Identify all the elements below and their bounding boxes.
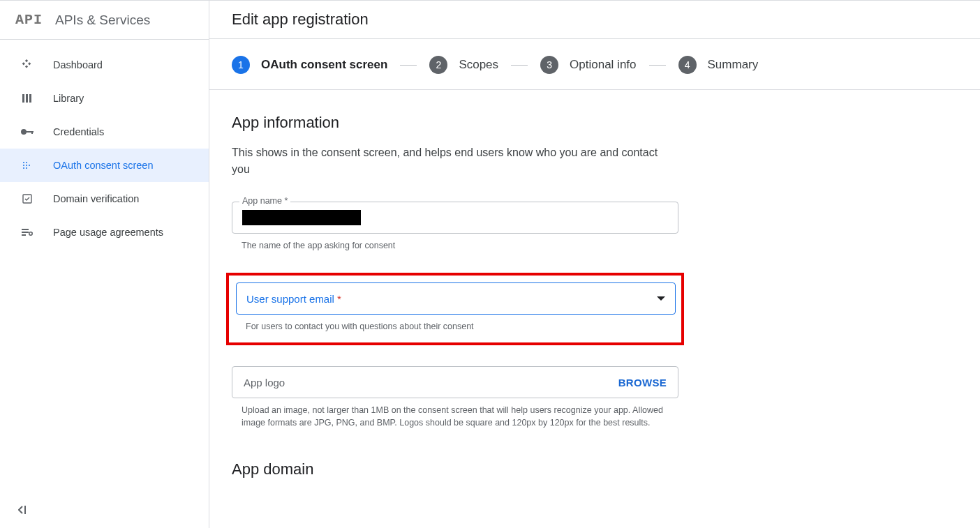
step-number-badge: 1 xyxy=(232,56,250,74)
library-icon xyxy=(20,93,35,104)
svg-rect-2 xyxy=(29,94,31,103)
key-icon xyxy=(20,128,35,135)
step-number-badge: 2 xyxy=(429,56,447,74)
consent-screen-icon xyxy=(20,160,35,171)
chevron-down-icon xyxy=(657,296,665,301)
sidebar-item-label: Library xyxy=(53,93,84,104)
sidebar-header: API APIs & Services xyxy=(0,1,209,40)
step-oauth-consent-screen[interactable]: 1 OAuth consent screen xyxy=(232,56,387,74)
sidebar-item-label: Page usage agreements xyxy=(53,227,163,238)
field-app-logo: App logo BROWSE Upload an image, not lar… xyxy=(232,366,907,429)
app-logo-input[interactable]: App logo BROWSE xyxy=(232,366,678,398)
form-content: App information This shows in the consen… xyxy=(209,90,907,528)
step-number-badge: 3 xyxy=(540,56,558,74)
sidebar-item-credentials[interactable]: Credentials xyxy=(0,115,209,149)
section-title-app-domain: App domain xyxy=(232,460,907,478)
app-logo-helper: Upload an image, not larger than 1MB on … xyxy=(242,404,674,429)
field-app-name: App name * The name of the app asking fo… xyxy=(232,202,907,252)
step-label: Summary xyxy=(708,58,759,72)
agreement-icon xyxy=(20,227,35,237)
step-separator xyxy=(511,65,528,66)
sidebar-item-dashboard[interactable]: Dashboard xyxy=(0,48,209,82)
sidebar-item-oauth-consent-screen[interactable]: OAuth consent screen xyxy=(0,149,209,182)
step-summary[interactable]: 4 Summary xyxy=(678,56,759,74)
step-label: OAuth consent screen xyxy=(261,58,387,72)
svg-rect-5 xyxy=(31,131,33,134)
user-support-email-label: User support email * xyxy=(246,293,341,305)
svg-rect-6 xyxy=(23,195,31,203)
browse-button[interactable]: BROWSE xyxy=(618,377,667,389)
section-title-app-information: App information xyxy=(232,114,907,132)
sidebar: API APIs & Services Dashboard Library xyxy=(0,1,209,528)
stepper: 1 OAuth consent screen 2 Scopes 3 Option… xyxy=(209,39,980,90)
sidebar-item-label: Domain verification xyxy=(53,193,139,204)
step-scopes[interactable]: 2 Scopes xyxy=(429,56,498,74)
step-label: Scopes xyxy=(459,58,498,72)
check-box-icon xyxy=(20,194,35,204)
app-name-label: App name * xyxy=(239,196,290,206)
app-name-helper: The name of the app asking for consent xyxy=(242,239,674,252)
sidebar-item-domain-verification[interactable]: Domain verification xyxy=(0,182,209,216)
sidebar-nav: Dashboard Library Credentials OAuth cons… xyxy=(0,40,209,249)
sidebar-item-page-usage-agreements[interactable]: Page usage agreements xyxy=(0,216,209,249)
sidebar-item-library[interactable]: Library xyxy=(0,82,209,115)
sidebar-title: APIs & Services xyxy=(55,13,150,28)
step-separator xyxy=(649,65,666,66)
svg-point-3 xyxy=(21,129,27,135)
step-label: Optional info xyxy=(570,58,636,72)
app-name-input[interactable]: App name * xyxy=(232,202,678,234)
highlighted-field-wrapper: User support email * For users to contac… xyxy=(226,273,684,345)
step-separator xyxy=(400,65,417,66)
svg-rect-1 xyxy=(26,94,28,103)
scroll-spacer xyxy=(232,491,907,529)
sidebar-item-label: Credentials xyxy=(53,126,104,137)
main-scroll-area[interactable]: 1 OAuth consent screen 2 Scopes 3 Option… xyxy=(209,39,980,528)
section-description: This shows in the consent screen, and he… xyxy=(232,144,678,178)
collapse-sidebar-button[interactable] xyxy=(18,505,29,517)
sidebar-item-label: Dashboard xyxy=(53,59,103,70)
step-number-badge: 4 xyxy=(678,56,697,74)
svg-rect-8 xyxy=(22,232,29,233)
step-optional-info[interactable]: 3 Optional info xyxy=(540,56,636,74)
user-support-email-helper: For users to contact you with questions … xyxy=(246,320,674,333)
svg-rect-9 xyxy=(22,234,26,236)
svg-rect-7 xyxy=(22,229,29,230)
main-panel: Edit app registration 1 OAuth consent sc… xyxy=(209,1,980,528)
app-name-value-redacted xyxy=(242,210,361,225)
sidebar-item-label: OAuth consent screen xyxy=(53,160,153,171)
svg-rect-0 xyxy=(22,94,24,103)
dashboard-icon xyxy=(20,59,35,70)
app-logo-label: App logo xyxy=(244,377,285,389)
page-title: Edit app registration xyxy=(209,1,980,39)
user-support-email-select[interactable]: User support email * xyxy=(236,282,676,315)
api-logo-icon: API xyxy=(15,12,43,28)
